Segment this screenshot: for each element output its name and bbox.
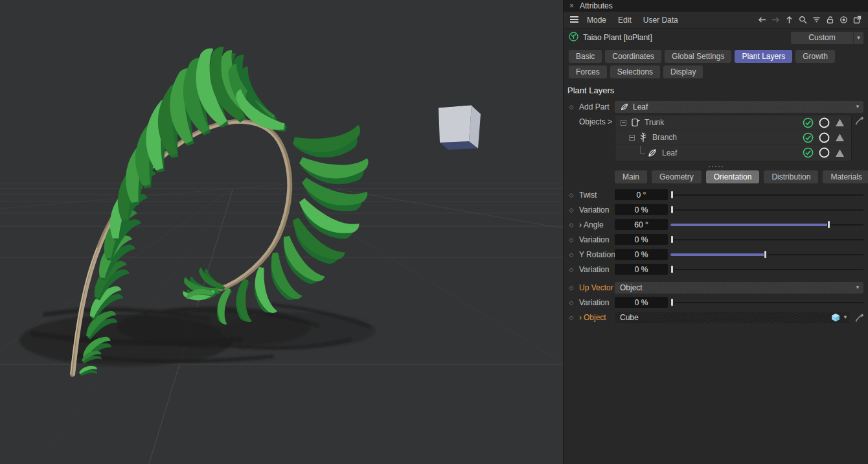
subtab-geometry[interactable]: Geometry bbox=[652, 170, 702, 183]
param-diamond-icon: ◇ bbox=[564, 222, 579, 228]
up-arrow-icon[interactable] bbox=[784, 14, 795, 25]
collapse-icon[interactable] bbox=[629, 135, 635, 141]
enabled-check-icon[interactable] bbox=[803, 132, 814, 143]
param-label: ›Angle bbox=[579, 220, 604, 229]
variation-slider[interactable] bbox=[670, 234, 863, 245]
slider-handle[interactable] bbox=[670, 235, 674, 244]
tab-growth[interactable]: Growth bbox=[795, 50, 835, 63]
menu-mode[interactable]: Mode bbox=[582, 14, 611, 27]
param-diamond-icon: ◇ bbox=[564, 314, 579, 321]
angle-value-field[interactable]: 60 ° bbox=[615, 219, 668, 230]
param-label: Variation bbox=[579, 298, 609, 307]
target-icon[interactable] bbox=[838, 14, 849, 25]
slider-handle[interactable] bbox=[670, 205, 674, 214]
menu-edit[interactable]: Edit bbox=[613, 14, 636, 27]
triangle-icon[interactable] bbox=[835, 133, 845, 142]
chevron-down-icon: ▼ bbox=[855, 104, 860, 110]
subtab-main[interactable]: Main bbox=[615, 170, 647, 183]
pick-pencil-icon[interactable] bbox=[855, 313, 863, 321]
tab-basic[interactable]: Basic bbox=[569, 50, 602, 63]
param-row-variation-1: ◇ Variation 0 % bbox=[564, 202, 868, 217]
object-name[interactable]: Taiao Plant [toPlant] bbox=[583, 33, 786, 42]
branch-icon bbox=[639, 132, 648, 143]
lock-icon[interactable] bbox=[825, 14, 836, 25]
y-rotation-value-field[interactable]: 0 % bbox=[615, 249, 668, 260]
param-diamond-icon: ◇ bbox=[564, 207, 579, 213]
angle-slider[interactable] bbox=[670, 219, 863, 230]
expand-chevron-icon[interactable]: › bbox=[579, 313, 582, 322]
render-circle-icon[interactable] bbox=[819, 147, 830, 158]
menu-user-data[interactable]: User Data bbox=[639, 14, 683, 27]
expand-chevron-icon[interactable]: › bbox=[579, 220, 582, 229]
tab-selections[interactable]: Selections bbox=[610, 65, 660, 78]
variation-value-field[interactable]: 0 % bbox=[615, 204, 668, 215]
add-part-dropdown[interactable]: Leaf ▼ bbox=[615, 101, 863, 113]
slider-handle[interactable] bbox=[764, 250, 767, 259]
param-diamond-icon: ◇ bbox=[564, 237, 579, 243]
variation-slider[interactable] bbox=[670, 264, 863, 275]
twist-value-field[interactable]: 0 ° bbox=[615, 189, 668, 200]
tab-row-2: Forces Selections Display bbox=[564, 64, 868, 80]
render-circle-icon[interactable] bbox=[819, 117, 830, 128]
attributes-panel: × Attributes Mode Edit User Data bbox=[563, 0, 868, 464]
y-rotation-slider[interactable] bbox=[670, 249, 863, 260]
search-icon[interactable] bbox=[797, 14, 808, 25]
param-row-variation-3: ◇ Variation 0 % bbox=[564, 262, 868, 277]
back-arrow-icon[interactable] bbox=[757, 14, 768, 25]
param-label: Variation bbox=[579, 265, 609, 274]
close-icon[interactable]: × bbox=[569, 2, 574, 10]
triangle-icon[interactable] bbox=[835, 118, 845, 127]
filter-icon[interactable] bbox=[811, 14, 822, 25]
tree-connector bbox=[640, 146, 645, 154]
slider-handle[interactable] bbox=[670, 191, 674, 199]
slider-handle[interactable] bbox=[670, 298, 674, 307]
param-diamond-icon: ◇ bbox=[564, 284, 579, 291]
slider-handle[interactable] bbox=[827, 220, 830, 229]
viewport-3d[interactable] bbox=[0, 0, 563, 464]
twist-slider[interactable] bbox=[670, 189, 863, 200]
param-row-y-rotation: ◇ Y Rotation 0 % bbox=[564, 247, 868, 262]
param-row-variation-2: ◇ Variation 0 % bbox=[564, 232, 868, 247]
hamburger-icon[interactable] bbox=[569, 14, 580, 25]
tab-global-settings[interactable]: Global Settings bbox=[665, 50, 731, 63]
slider-handle[interactable] bbox=[670, 265, 674, 273]
preset-dropdown[interactable]: Custom ▼ bbox=[791, 32, 863, 44]
up-vector-row: ◇ Up Vector Object ▼ bbox=[564, 280, 868, 295]
subtab-orientation[interactable]: Orientation bbox=[706, 170, 760, 183]
chevron-down-icon[interactable]: ▼ bbox=[843, 314, 848, 320]
tab-plant-layers[interactable]: Plant Layers bbox=[735, 50, 792, 63]
param-row-angle: ◇ ›Angle 60 ° bbox=[564, 217, 868, 232]
tab-coordinates[interactable]: Coordinates bbox=[605, 50, 661, 63]
object-header-row: Taiao Plant [toPlant] Custom ▼ bbox=[564, 29, 868, 47]
variation-slider[interactable] bbox=[670, 204, 863, 215]
tab-forces[interactable]: Forces bbox=[569, 65, 607, 78]
triangle-icon[interactable] bbox=[835, 148, 845, 157]
up-vector-label: Up Vector bbox=[579, 283, 613, 292]
subtab-distribution[interactable]: Distribution bbox=[764, 170, 818, 183]
leaf-icon bbox=[647, 148, 657, 158]
variation-value-field[interactable]: 0 % bbox=[615, 264, 668, 275]
enabled-check-icon[interactable] bbox=[803, 147, 814, 158]
tree-row-branch[interactable]: Branch bbox=[615, 130, 851, 145]
object-link-field[interactable]: Cube ▼ bbox=[615, 312, 849, 323]
enabled-check-icon[interactable] bbox=[803, 117, 814, 128]
popout-icon[interactable] bbox=[852, 14, 863, 25]
variation-slider[interactable] bbox=[670, 297, 863, 308]
tree-row-leaf[interactable]: Leaf bbox=[615, 145, 851, 160]
collapse-icon[interactable] bbox=[621, 120, 626, 126]
render-circle-icon[interactable] bbox=[819, 132, 830, 143]
variation-value-field[interactable]: 0 % bbox=[615, 234, 668, 245]
up-vector-dropdown[interactable]: Object ▼ bbox=[615, 282, 863, 294]
resize-grip[interactable] bbox=[564, 163, 868, 169]
cube-object[interactable] bbox=[439, 106, 481, 150]
forward-arrow-icon[interactable] bbox=[770, 14, 781, 25]
tree-item-name: Leaf bbox=[662, 148, 677, 157]
objects-row: Objects > Trunk bbox=[564, 114, 868, 163]
variation-value-field[interactable]: 0 % bbox=[615, 297, 668, 308]
subtab-materials[interactable]: Materials bbox=[823, 170, 868, 183]
tab-row-1: Basic Coordinates Global Settings Plant … bbox=[564, 47, 868, 64]
param-row-variation-4: ◇ Variation 0 % bbox=[564, 295, 868, 310]
tree-row-trunk[interactable]: Trunk bbox=[615, 115, 851, 130]
pick-pencil-icon[interactable] bbox=[855, 116, 863, 124]
tab-display[interactable]: Display bbox=[663, 65, 703, 78]
